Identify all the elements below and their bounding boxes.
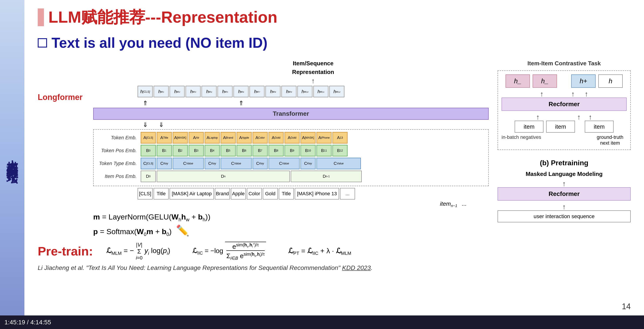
h-token-w5: hw₅ <box>218 86 232 97</box>
token-emb-mask: A[MASK] <box>173 132 188 144</box>
item-lbl-title1: Title <box>154 188 169 199</box>
h-token-w1: hw₁ <box>154 86 169 97</box>
item-lbl-cls: [CLS] <box>138 188 153 199</box>
h-boxes-row: h_ h_ h+ h <box>502 74 627 88</box>
item-label-row: [CLS] Title [MASK] Air Laptop Brand Appl… <box>138 188 489 199</box>
token-dashed-box: Token Emb. A[CLS] ATitle A[MASK] AAir AL… <box>93 129 489 186</box>
subtitle-row: Text is all you need (NO item ID) <box>38 35 631 51</box>
h-minus-1: h_ <box>506 74 530 88</box>
formula-p: p = Softmax(W0m + b0) ✏️ <box>93 224 489 237</box>
in-batch-label: in-batch negatives <box>502 134 541 146</box>
token-emb-air: AAir <box>189 132 204 144</box>
h-minus-2: h_ <box>532 74 557 88</box>
item-box-1: item <box>514 121 544 133</box>
token-pos-b2: B2 <box>173 145 188 156</box>
iic-formula: ℒIIC = −log esim(hs,hi+)/τ Σi∈B esim(hs,… <box>192 242 266 261</box>
token-emb-laptop: ALaptop <box>204 132 220 144</box>
mlm-formula: ℒMLM = − |V| Σ i=0 yi log(pi) <box>106 242 170 261</box>
ground-truth-label: ground-truthnext item <box>594 134 627 146</box>
token-emb-13: A13 <box>332 132 348 144</box>
token-pos-b4: B4 <box>204 145 220 156</box>
h-plus: h+ <box>571 74 596 88</box>
h-val: h <box>598 74 623 88</box>
transformer-bar-container: Transformer <box>93 108 489 120</box>
item-pos-dn1: Dn-1 <box>291 171 362 182</box>
masked-title: Masked Language Modeling <box>498 171 631 177</box>
arrow-up-seq: ↑ <box>138 77 489 84</box>
item-lbl-mask-iphone: [MASK] iPhone 13 <box>295 188 339 199</box>
sidebar-text: 大模型与推荐论坛 <box>5 151 19 165</box>
token-pos-b5: B5 <box>220 145 236 156</box>
token-type-val1: CValue <box>173 158 204 169</box>
h-token-w7: hw₇ <box>250 86 264 97</box>
h-token-w9: hw₉ <box>282 86 296 97</box>
main-title: LLM赋能推荐---Representation <box>48 7 278 28</box>
title-bar: LLM赋能推荐---Representation <box>38 7 631 28</box>
token-pos-b12: B12 <box>332 145 348 156</box>
item-boxes-row: item item item <box>502 121 627 133</box>
title-accent <box>38 9 44 26</box>
right-diagram: Item-Item Contrastive Task h_ h_ h+ h ↑ … <box>498 60 631 271</box>
arrows-up-recformer: ↑ ↑ ↑ <box>502 90 627 98</box>
h-token-w6: hw₆ <box>234 86 248 97</box>
token-type-key4: CKey <box>300 158 316 169</box>
item-lbl-apple: Apple <box>231 188 246 199</box>
token-pos-b11: B11 <box>316 145 332 156</box>
token-type-key3: CKey <box>252 158 268 169</box>
token-type-emb-row: Token Type Emb. C[CLS] CKey CValue CKey … <box>96 158 486 169</box>
token-pos-b8: B8 <box>268 145 284 156</box>
token-emb-apple: AApple <box>236 132 252 144</box>
pt-formula: ℒPT = ℒIIC + λ · ℒMLM <box>288 247 351 256</box>
contrastive-title: Item-Item Contrastive Task <box>498 60 631 67</box>
item-box-3: item <box>585 121 614 133</box>
pretrain-row: Pre-train: ℒMLM = − |V| Σ i=0 yi log(pi)… <box>38 242 489 261</box>
item-lbl-title2: Title <box>279 188 294 199</box>
h-token-cls: h[CLS] <box>138 86 153 97</box>
subtitle-checkbox <box>38 38 47 48</box>
h-token-w3: hw₃ <box>186 86 200 97</box>
item-box-2: item <box>546 121 575 133</box>
playback-time: 1:45:19 / 4:14:55 <box>4 319 51 326</box>
bottom-bar: 1:45:19 / 4:14:55 <box>0 315 644 329</box>
h-token-w8: hw₈ <box>266 86 280 97</box>
token-pos-b7: B7 <box>252 145 268 156</box>
sequence-label-line1: Item/Sequence <box>138 60 489 67</box>
item-pos-emb-label: Item Pos Emb. <box>96 173 140 179</box>
formula-m: m = LayerNorm(GELU(Whhw + bh)) <box>93 213 489 223</box>
token-emb-title: ATitle <box>157 132 172 144</box>
token-emb-label: Token Emb. <box>96 135 140 141</box>
transformer-bar: Transformer <box>93 108 489 120</box>
left-diagram: Item/Sequence Representation ↑ h[CLS] hw… <box>38 60 489 271</box>
arrow-up-user-seq: ↑ <box>498 203 631 210</box>
contrastive-box: h_ h_ h+ h ↑ ↑ ↑ Recformer ↑ ↑ ↑ <box>498 70 631 150</box>
formula-area: m = LayerNorm(GELU(Whhw + bh)) p = Softm… <box>93 213 489 237</box>
item-lbl-brand: Brand <box>215 188 230 199</box>
token-pos-emb-label: Token Pos Emb. <box>96 148 140 154</box>
longformer-label: Longformer <box>38 93 82 102</box>
token-type-val4: CValue <box>316 158 361 169</box>
token-emb-gold1: AGold <box>268 132 284 144</box>
token-emb-mask2: A[MASK] <box>300 132 316 144</box>
token-pos-b1: B1 <box>157 145 172 156</box>
item-pos-d0: D0 <box>141 171 156 182</box>
citation: Li Jiacheng et al. "Text Is All You Need… <box>38 264 489 271</box>
token-type-key1: CKey <box>157 158 172 169</box>
page-number: 14 <box>622 302 631 311</box>
token-pos-b10: B10 <box>300 145 316 156</box>
item-lbl-gold: Gold <box>263 188 278 199</box>
item-lbl-ellipsis: ... <box>340 188 355 199</box>
item-pos-emb-row: Item Pos Emb. D0 Dn Dn-1 <box>96 171 486 182</box>
recformer-box-1: Recformer <box>502 98 627 111</box>
pretrain-b-label: (b) Pretraining <box>498 159 631 167</box>
token-pos-b3: B3 <box>189 145 204 156</box>
token-type-key2: CKey <box>204 158 220 169</box>
token-emb-gold2: AGold <box>284 132 300 144</box>
arrow-up-masked: ↑ <box>498 180 631 187</box>
token-type-val3: CValue <box>268 158 300 169</box>
h-token-w2: hw₂ <box>170 86 185 97</box>
token-emb-brand: ABrand <box>220 132 236 144</box>
item-lbl-color: Color <box>247 188 262 199</box>
h-token-w10: hw₁₀ <box>297 86 312 97</box>
diagram-container: Item/Sequence Representation ↑ h[CLS] hw… <box>38 60 631 271</box>
item-pos-dn: Dn <box>157 171 290 182</box>
